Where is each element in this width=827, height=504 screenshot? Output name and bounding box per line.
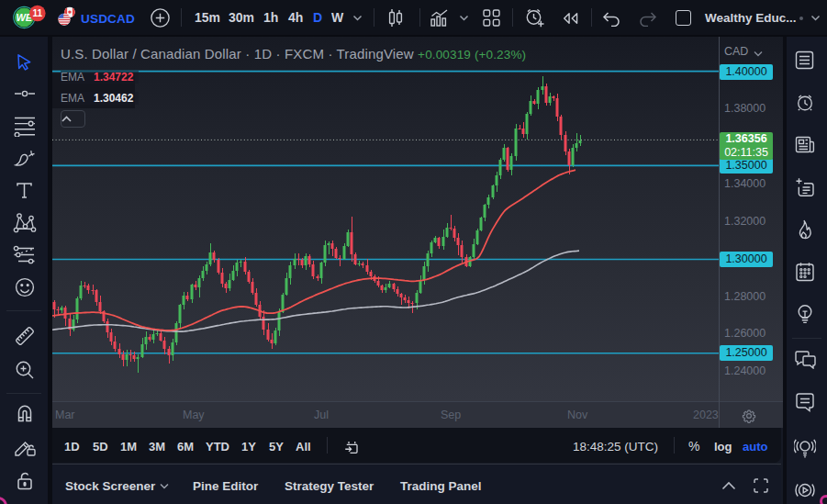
svg-text:11: 11 bbox=[33, 8, 43, 18]
